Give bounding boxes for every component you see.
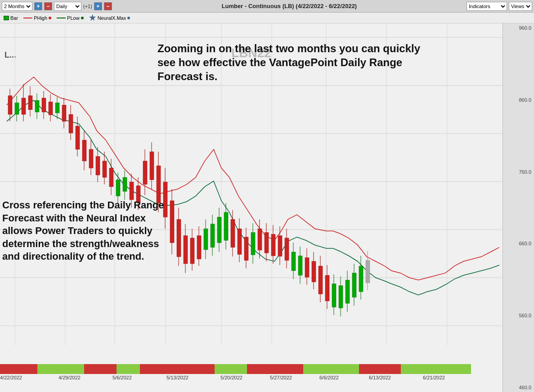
svg-rect-58 bbox=[103, 161, 107, 177]
y-axis: 960.0 860.0 760.0 660.0 560.0 460.0 bbox=[503, 23, 534, 392]
svg-rect-67 bbox=[123, 177, 127, 191]
svg-rect-52 bbox=[89, 149, 93, 168]
legend-phigh: PHigh bbox=[23, 15, 51, 21]
legend: Bar PHigh PLow NeuralX.Max bbox=[0, 13, 534, 23]
period-plus-btn[interactable]: + bbox=[34, 2, 42, 10]
svg-rect-25 bbox=[28, 96, 32, 110]
svg-rect-64 bbox=[116, 180, 120, 196]
svg-rect-28 bbox=[35, 100, 39, 112]
indicators-select[interactable]: Indicators bbox=[467, 2, 507, 11]
svg-rect-70 bbox=[130, 182, 134, 199]
y-label-560: 560.0 bbox=[503, 313, 534, 318]
svg-rect-133 bbox=[271, 234, 275, 256]
svg-rect-97 bbox=[190, 238, 194, 264]
svg-rect-103 bbox=[204, 229, 208, 250]
y-label-460: 460.0 bbox=[503, 385, 534, 390]
svg-rect-154 bbox=[319, 266, 323, 294]
x-label-8: 6/13/2022 bbox=[369, 375, 391, 380]
svg-rect-43 bbox=[69, 114, 73, 133]
svg-rect-157 bbox=[325, 275, 329, 301]
svg-rect-19 bbox=[15, 103, 19, 114]
svg-rect-91 bbox=[177, 219, 181, 257]
svg-rect-61 bbox=[109, 168, 113, 186]
svg-rect-175 bbox=[366, 261, 370, 283]
svg-rect-76 bbox=[143, 161, 147, 185]
x-label-6: 5/27/2022 bbox=[270, 375, 292, 380]
legend-neuralx: NeuralX.Max bbox=[89, 14, 130, 22]
right-controls: Indicators Views bbox=[467, 2, 532, 11]
svg-rect-115 bbox=[231, 219, 235, 247]
x-axis: 4/22/2022 4/29/2022 5/6/2022 5/13/2022 5… bbox=[0, 375, 471, 391]
svg-rect-100 bbox=[197, 236, 201, 259]
svg-rect-121 bbox=[244, 237, 248, 261]
y-label-960: 960.0 bbox=[503, 25, 534, 31]
svg-rect-166 bbox=[346, 280, 350, 303]
y-label-660: 660.0 bbox=[503, 241, 534, 246]
x-label-9: 6/21/2022 bbox=[423, 375, 445, 380]
svg-rect-40 bbox=[62, 105, 66, 121]
x-label-7: 6/6/2022 bbox=[319, 375, 339, 380]
svg-rect-49 bbox=[82, 140, 86, 161]
svg-rect-34 bbox=[49, 102, 53, 115]
svg-rect-136 bbox=[278, 236, 282, 257]
svg-rect-118 bbox=[238, 229, 242, 254]
chart-title: Lumber - Continuous (LB) (4/22/2022 - 6/… bbox=[114, 3, 465, 9]
svg-rect-151 bbox=[312, 261, 316, 282]
y-label-760: 760.0 bbox=[503, 169, 534, 175]
svg-rect-142 bbox=[292, 252, 296, 270]
offset-plus-btn[interactable]: + bbox=[94, 2, 102, 10]
svg-rect-79 bbox=[150, 152, 154, 180]
legend-plow: PLow bbox=[57, 15, 84, 21]
x-label-3: 5/6/2022 bbox=[112, 375, 132, 380]
x-label-1: 4/22/2022 bbox=[0, 375, 22, 380]
svg-rect-46 bbox=[76, 126, 80, 149]
toolbar: 2 Months 1 Month 3 Months 6 Months + − D… bbox=[0, 0, 534, 13]
svg-rect-124 bbox=[251, 232, 255, 255]
svg-rect-139 bbox=[285, 238, 289, 261]
interval-select[interactable]: Daily Weekly Monthly bbox=[54, 2, 81, 11]
svg-rect-109 bbox=[217, 217, 221, 243]
svg-rect-169 bbox=[352, 273, 356, 297]
legend-phigh-label: PHigh bbox=[34, 15, 47, 21]
legend-bar: Bar bbox=[4, 15, 18, 21]
svg-rect-127 bbox=[258, 229, 262, 250]
period-select[interactable]: 2 Months 1 Month 3 Months 6 Months bbox=[2, 2, 32, 11]
neural-index-bar bbox=[0, 364, 471, 374]
svg-rect-130 bbox=[265, 232, 269, 253]
svg-rect-160 bbox=[332, 284, 336, 307]
svg-rect-148 bbox=[305, 257, 309, 277]
x-label-4: 5/13/2022 bbox=[166, 375, 188, 380]
svg-rect-145 bbox=[298, 256, 302, 275]
x-label-2: 4/29/2022 bbox=[58, 375, 81, 380]
offset-label: (+1) bbox=[83, 4, 92, 9]
legend-bar-label: Bar bbox=[10, 15, 18, 21]
chart-container: 960.0 860.0 760.0 660.0 560.0 460.0 LBN2… bbox=[0, 23, 534, 392]
x-label-5: 5/20/2022 bbox=[220, 375, 242, 380]
svg-rect-172 bbox=[359, 266, 363, 292]
svg-rect-16 bbox=[8, 96, 12, 114]
annotation-top: Zooming in on the last two months you ca… bbox=[157, 41, 436, 84]
svg-rect-112 bbox=[224, 212, 228, 240]
y-label-860: 860.0 bbox=[503, 97, 534, 103]
svg-rect-22 bbox=[22, 98, 26, 114]
chart-area: LBN22 L... bbox=[0, 23, 503, 392]
legend-plow-label: PLow bbox=[67, 15, 80, 21]
legend-neuralx-label: NeuralX.Max bbox=[98, 15, 126, 21]
svg-rect-106 bbox=[211, 224, 215, 248]
offset-minus-btn[interactable]: − bbox=[104, 2, 112, 10]
views-select[interactable]: Views bbox=[509, 2, 532, 11]
svg-rect-94 bbox=[184, 236, 188, 264]
svg-rect-163 bbox=[339, 286, 343, 308]
annotation-bottom: Cross referencing the Daily Range Foreca… bbox=[2, 199, 173, 263]
svg-rect-82 bbox=[157, 166, 161, 203]
svg-rect-31 bbox=[42, 98, 46, 112]
svg-rect-55 bbox=[96, 156, 100, 175]
period-minus-btn[interactable]: − bbox=[44, 2, 52, 10]
svg-rect-37 bbox=[55, 103, 59, 113]
